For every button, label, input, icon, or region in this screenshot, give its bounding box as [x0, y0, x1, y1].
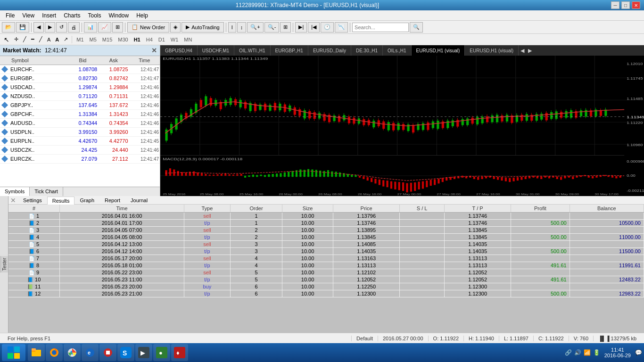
- battery-icon[interactable]: 🔋: [593, 349, 601, 356]
- toolbar-grid-btn[interactable]: ⊞: [280, 22, 291, 33]
- taskbar-app3[interactable]: ●: [153, 344, 170, 361]
- market-watch-row[interactable]: USDCAD.. 1.29874 1.29884 12:41:46: [0, 83, 160, 92]
- tab-symbols[interactable]: Symbols: [0, 187, 30, 196]
- toolbar-btn5[interactable]: 📊: [84, 22, 97, 33]
- menu-charts[interactable]: Charts: [60, 11, 84, 20]
- notifications-icon[interactable]: 💬: [635, 349, 642, 356]
- market-watch-row[interactable]: EURCHF.. 1.08708 1.08725 12:41:47: [0, 65, 160, 74]
- tf-m15[interactable]: M15: [100, 36, 115, 43]
- tf-m1[interactable]: M1: [74, 36, 86, 43]
- chart-tab-nav-left[interactable]: ◀: [519, 48, 526, 54]
- tline-tool[interactable]: ╱: [37, 35, 44, 43]
- market-watch-row[interactable]: EURGBP.. 0.82730 0.82742 12:41:47: [0, 74, 160, 83]
- chart-tab-eurusd-visual1[interactable]: EURUSD,H1 (visual): [412, 45, 465, 56]
- hline-tool[interactable]: ━: [29, 35, 36, 43]
- menu-tools[interactable]: Tools: [84, 11, 105, 20]
- chart-tab-eurgbp[interactable]: EURGBP.,H1: [271, 45, 308, 56]
- taskbar-app4[interactable]: ♦: [171, 344, 188, 361]
- market-watch-row[interactable]: AUDUSD.. 0.74344 0.74354 12:41:46: [0, 119, 160, 128]
- table-row[interactable]: 📘10 2016.05.23 11:00 t/p 5 10.00 1.12052…: [8, 276, 644, 283]
- fibonacci-tool[interactable]: A: [45, 36, 52, 43]
- taskbar-app2[interactable]: ▶: [135, 344, 152, 361]
- table-row[interactable]: 📘2 2016.04.01 17:00 t/p 1 10.00 1.13746 …: [8, 220, 644, 227]
- terminal-close-button[interactable]: ✕: [8, 197, 18, 204]
- tf-m5[interactable]: M5: [87, 36, 99, 43]
- market-watch-close[interactable]: ✕: [151, 47, 157, 54]
- market-watch-row[interactable]: NZDUSD.. 0.71120 0.71131 12:41:46: [0, 92, 160, 101]
- table-row[interactable]: 📄3 2016.04.05 07:00 sell 2 10.00 1.13895…: [8, 227, 644, 234]
- chart-tab-oilwti[interactable]: OIL.WTI.,H1: [234, 45, 271, 56]
- toolbar-zoom-in-btn[interactable]: 🔍+: [247, 22, 263, 33]
- bluetooth-icon[interactable]: 📶: [584, 349, 591, 356]
- table-row[interactable]: 📄7 2016.05.17 20:00 sell 4 10.00 1.13163…: [8, 255, 644, 262]
- taskbar-ie[interactable]: e: [82, 344, 99, 361]
- table-row[interactable]: 📄5 2016.04.12 13:00 sell 3 10.00 1.14085…: [8, 241, 644, 248]
- chart-tab-gbpusd[interactable]: GBPUSD,H4: [160, 45, 198, 56]
- table-row[interactable]: 📘6 2016.04.12 14:00 t/p 3 10.00 1.14035 …: [8, 248, 644, 255]
- table-row[interactable]: 📘12 2016.05.23 21:00 t/p 6 10.00 1.12300…: [8, 290, 644, 297]
- chart-tab-eurusd-daily[interactable]: EURUSD.,Daily: [308, 45, 351, 56]
- tab-settings[interactable]: Settings: [18, 196, 47, 204]
- tf-mn[interactable]: MN: [182, 36, 194, 43]
- cursor-tool[interactable]: ↖: [2, 35, 11, 44]
- market-watch-row[interactable]: EURCZK.. 27.079 27.112 12:41:47: [0, 155, 160, 164]
- close-button[interactable]: ✕: [632, 1, 640, 9]
- toolbar-fwd-btn[interactable]: ▶: [45, 22, 55, 33]
- taskbar-time[interactable]: 11:41 2016-06-29: [603, 347, 633, 358]
- menu-help[interactable]: Help: [132, 11, 152, 20]
- market-watch-row[interactable]: USDCZK.. 24.425 24.440 12:41:46: [0, 146, 160, 155]
- market-watch-row[interactable]: USDPLN.. 3.99150 3.99260 12:41:46: [0, 128, 160, 137]
- chart-tab-de30[interactable]: DE.30.,H1: [351, 45, 383, 56]
- toolbar-save-btn[interactable]: 💾: [16, 22, 29, 33]
- taskbar-skype[interactable]: S: [117, 344, 134, 361]
- chart-tab-nav-right[interactable]: ▶: [526, 48, 534, 54]
- menu-view[interactable]: View: [18, 11, 38, 20]
- text-tool[interactable]: A: [53, 36, 61, 43]
- main-chart[interactable]: 1.11349 EURUSD,H1 1.11357 1.11383 1.1134…: [160, 56, 644, 196]
- table-row[interactable]: 📘4 2016.04.05 08:00 t/p 2 10.00 1.13845 …: [8, 234, 644, 241]
- menu-window[interactable]: Window: [105, 11, 133, 20]
- search-button[interactable]: 🔍: [410, 22, 423, 33]
- market-watch-row[interactable]: GBPCHF.. 1.31384 1.31423 12:41:46: [0, 110, 160, 119]
- tf-w1[interactable]: W1: [168, 36, 181, 43]
- taskbar-chrome[interactable]: [64, 344, 81, 361]
- arrow-tool[interactable]: ↗: [62, 35, 70, 43]
- toolbar-new-btn[interactable]: 📂: [2, 22, 15, 33]
- volume-icon[interactable]: 🔊: [574, 349, 582, 356]
- network-icon[interactable]: 🔗: [565, 349, 572, 356]
- toolbar-refresh-btn[interactable]: ↺: [56, 22, 67, 33]
- autotrading-button[interactable]: ▶ AutoTrading: [182, 22, 224, 33]
- toolbar-indicator-btn[interactable]: Ι: [228, 22, 236, 33]
- minimize-button[interactable]: ─: [611, 1, 619, 9]
- table-row[interactable]: 📄1 2016.04.01 16:00 sell 1 10.00 1.13796…: [8, 213, 644, 220]
- toolbar-chart2-btn[interactable]: 📉: [335, 22, 348, 33]
- tab-report[interactable]: Report: [99, 196, 125, 204]
- table-row[interactable]: 📗11 2016.05.23 20:00 buy 6 10.00 1.12250…: [8, 283, 644, 290]
- search-input[interactable]: [352, 23, 409, 32]
- table-row[interactable]: 📘8 2016.05.18 01:00 t/p 4 10.00 1.13113 …: [8, 262, 644, 269]
- toolbar-end-btn[interactable]: |◀: [308, 22, 320, 33]
- toolbar-start-btn[interactable]: ▶|: [295, 22, 307, 33]
- tab-journal[interactable]: Journal: [125, 196, 153, 204]
- tab-graph[interactable]: Graph: [74, 196, 99, 204]
- tf-h4[interactable]: H4: [144, 36, 155, 43]
- maximize-button[interactable]: □: [621, 1, 630, 9]
- chart-tab-usdchf[interactable]: USDCHF,M1: [198, 45, 234, 56]
- toolbar-back-btn[interactable]: ◀: [33, 22, 44, 33]
- toolbar-btn6[interactable]: 📈: [98, 22, 111, 33]
- chart-tab-oils[interactable]: OILs.,H1: [383, 45, 411, 56]
- tester-label[interactable]: Tester: [0, 256, 8, 272]
- chart-tab-eurusd-visual2[interactable]: EURUSD,H1 (visual): [465, 45, 519, 56]
- taskbar-file-explorer[interactable]: [28, 344, 45, 361]
- toolbar-chart-btn[interactable]: ↕: [237, 22, 247, 33]
- tf-d1[interactable]: D1: [156, 36, 167, 43]
- tf-h1[interactable]: H1: [132, 36, 143, 43]
- new-order-button[interactable]: 📋 New Order: [127, 22, 169, 33]
- toolbar-clock-btn[interactable]: 🕐: [321, 22, 334, 33]
- toolbar-line-btn[interactable]: ◈: [170, 22, 181, 33]
- line-tool[interactable]: ╱: [21, 35, 28, 43]
- tab-tick-chart[interactable]: Tick Chart: [30, 187, 63, 196]
- market-watch-row[interactable]: EURPLN.. 4.42670 4.42770 12:41:45: [0, 137, 160, 146]
- start-button[interactable]: [2, 344, 25, 361]
- toolbar-btn7[interactable]: ⊞: [112, 22, 123, 33]
